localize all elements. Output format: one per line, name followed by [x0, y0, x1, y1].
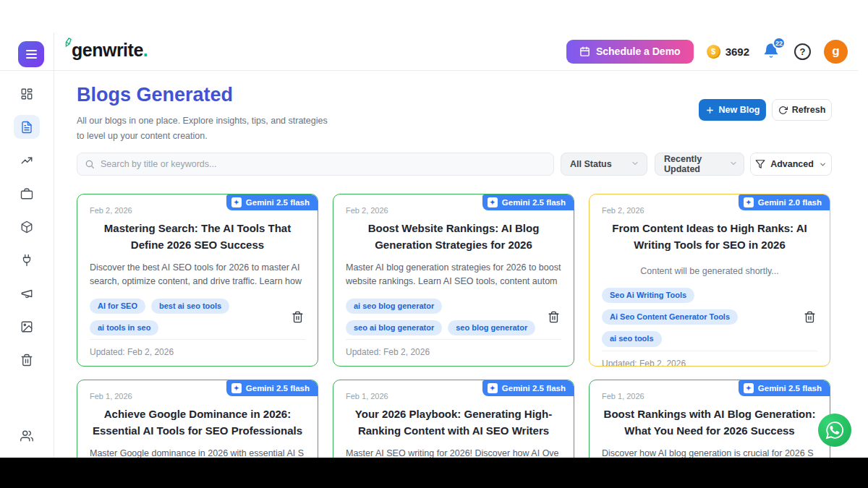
- blog-card[interactable]: ✦Gemini 2.5 flashFeb 2, 2026Mastering Se…: [77, 194, 318, 367]
- keyword-tag: ai seo blog generator: [346, 299, 442, 314]
- menu-button[interactable]: [18, 41, 44, 67]
- megaphone-icon: [20, 287, 33, 300]
- model-badge: ✦Gemini 2.0 flash: [739, 194, 830, 210]
- card-tags-row: ai seo blog generatorseo ai blog generat…: [346, 299, 561, 335]
- sidebar-item-users[interactable]: [14, 424, 40, 448]
- app-logo[interactable]: genwrite.: [64, 40, 148, 61]
- notifications-button[interactable]: 22: [762, 42, 781, 61]
- blogs-document-icon: [20, 121, 33, 134]
- gemini-sparkle-icon: ✦: [744, 197, 754, 207]
- gemini-sparkle-icon: ✦: [231, 197, 242, 207]
- chevron-down-icon: [631, 159, 639, 170]
- keyword-tag: AI for SEO: [90, 299, 145, 314]
- model-badge: ✦Gemini 2.5 flash: [482, 194, 574, 210]
- keyword-tag: seo ai blog generator: [346, 320, 442, 335]
- gemini-sparkle-icon: ✦: [231, 383, 242, 393]
- sidebar-item-package[interactable]: [14, 215, 40, 239]
- sidebar-item-briefcase[interactable]: [14, 181, 40, 205]
- delete-blog-button[interactable]: [290, 309, 305, 325]
- sidebar-item-blogs-document[interactable]: [14, 115, 40, 139]
- top-header: genwrite. Schedule a Demo $ 3692 22 ? g: [0, 33, 858, 70]
- card-description: Content will be generated shortly...: [602, 265, 817, 278]
- trash-icon: [804, 311, 816, 323]
- sort-filter-select[interactable]: Recently Updated: [655, 153, 744, 176]
- card-tags-row: AI for SEObest ai seo toolsai tools in s…: [90, 299, 305, 335]
- keyword-tag: Ai Seo Content Generator Tools: [602, 309, 738, 325]
- model-badge: ✦Gemini 2.5 flash: [226, 380, 318, 396]
- avatar[interactable]: g: [824, 40, 848, 64]
- card-tags-row: Seo Ai Writing ToolsAi Seo Content Gener…: [602, 288, 817, 347]
- gemini-sparkle-icon: ✦: [744, 383, 754, 393]
- refresh-button[interactable]: Refresh: [772, 99, 832, 121]
- credits-value: 3692: [726, 46, 749, 58]
- help-button[interactable]: ?: [794, 43, 811, 60]
- delete-blog-button[interactable]: [802, 309, 817, 325]
- search-icon: [85, 159, 95, 169]
- keyword-tag: seo blog generator: [448, 320, 535, 335]
- card-updated: Updated: Feb 2, 2026: [346, 340, 561, 366]
- blog-card[interactable]: ✦Gemini 2.5 flashFeb 2, 2026Boost Websit…: [333, 194, 574, 367]
- credits-counter: $ 3692: [707, 45, 749, 59]
- card-title: Your 2026 Playbook: Generating High-Rank…: [346, 406, 561, 439]
- gemini-sparkle-icon: ✦: [488, 197, 498, 207]
- sidebar-item-dashboard[interactable]: [14, 82, 40, 106]
- card-updated: Updated: Feb 2, 2026: [602, 351, 817, 367]
- advanced-filter-button[interactable]: Advanced: [750, 153, 832, 176]
- card-title: Boost Website Rankings: AI Blog Generati…: [346, 221, 561, 253]
- users-icon: [20, 429, 33, 442]
- page-subtitle: All our blogs in one place. Explore insi…: [77, 114, 334, 143]
- keyword-tag: best ai seo tools: [151, 299, 229, 314]
- funnel-icon: [755, 159, 765, 169]
- model-badge: ✦Gemini 2.5 flash: [226, 194, 318, 210]
- trash-icon: [292, 311, 304, 323]
- new-blog-button[interactable]: New Blog: [699, 99, 766, 121]
- model-badge: ✦Gemini 2.5 flash: [482, 380, 574, 396]
- plug-icon: [20, 254, 33, 267]
- logo-dot: .: [143, 40, 148, 61]
- gemini-sparkle-icon: ✦: [488, 383, 498, 393]
- status-filter-select[interactable]: All Status: [561, 153, 647, 176]
- logo-text: genwrite: [72, 40, 143, 61]
- card-title: Achieve Google Dominance in 2026: Essent…: [90, 406, 305, 439]
- schedule-demo-button[interactable]: Schedule a Demo: [566, 40, 694, 64]
- whatsapp-button[interactable]: [818, 414, 851, 447]
- refresh-icon: [778, 106, 788, 115]
- plus-icon: [705, 106, 715, 115]
- keyword-tag: ai seo tools: [602, 331, 662, 346]
- whatsapp-icon: [825, 421, 844, 440]
- briefcase-icon: [20, 187, 33, 200]
- card-updated: Updated: Feb 2, 2026: [90, 340, 305, 366]
- card-description: Discover the best AI SEO tools for 2026 …: [90, 261, 305, 289]
- card-title: From Content Ideas to High Ranks: AI Wri…: [602, 221, 817, 253]
- blog-card[interactable]: ✦Gemini 2.0 flashFeb 2, 2026From Content…: [589, 194, 830, 367]
- bottom-letterbox: [0, 458, 868, 488]
- model-badge: ✦Gemini 2.5 flash: [739, 380, 830, 396]
- blog-card-grid: ✦Gemini 2.5 flashFeb 2, 2026Mastering Se…: [77, 194, 830, 488]
- trending-up-icon: [20, 154, 33, 167]
- notification-badge: 22: [773, 37, 786, 49]
- card-title: Mastering Search: The AI Tools That Defi…: [90, 221, 305, 253]
- delete-blog-button[interactable]: [546, 309, 561, 325]
- card-title: Boost Rankings with AI Blog Generation: …: [602, 406, 817, 439]
- card-description: Master AI blog generation strategies for…: [346, 261, 561, 289]
- keyword-tag: Seo Ai Writing Tools: [602, 288, 694, 303]
- coin-icon: $: [707, 45, 720, 59]
- search-bar: [77, 153, 554, 176]
- chevron-down-icon: [819, 160, 827, 168]
- app-window: genwrite. Schedule a Demo $ 3692 22 ? g: [0, 0, 868, 488]
- sidebar-item-megaphone[interactable]: [14, 281, 40, 305]
- sidebar-item-plug[interactable]: [14, 248, 40, 272]
- trash-icon: [20, 354, 33, 367]
- calendar-icon: [579, 46, 590, 57]
- sidebar-divider: [54, 33, 54, 458]
- sidebar-item-trending-up[interactable]: [14, 148, 40, 172]
- package-icon: [20, 221, 33, 234]
- header-divider: [0, 70, 858, 71]
- chevron-down-icon: [729, 159, 738, 170]
- keyword-tag: ai tools in seo: [90, 320, 158, 335]
- page-title: Blogs Generated: [77, 84, 233, 106]
- sidebar-item-trash[interactable]: [14, 348, 40, 372]
- search-input[interactable]: [101, 159, 546, 169]
- gallery-icon: [20, 320, 33, 333]
- sidebar-item-gallery[interactable]: [14, 314, 40, 338]
